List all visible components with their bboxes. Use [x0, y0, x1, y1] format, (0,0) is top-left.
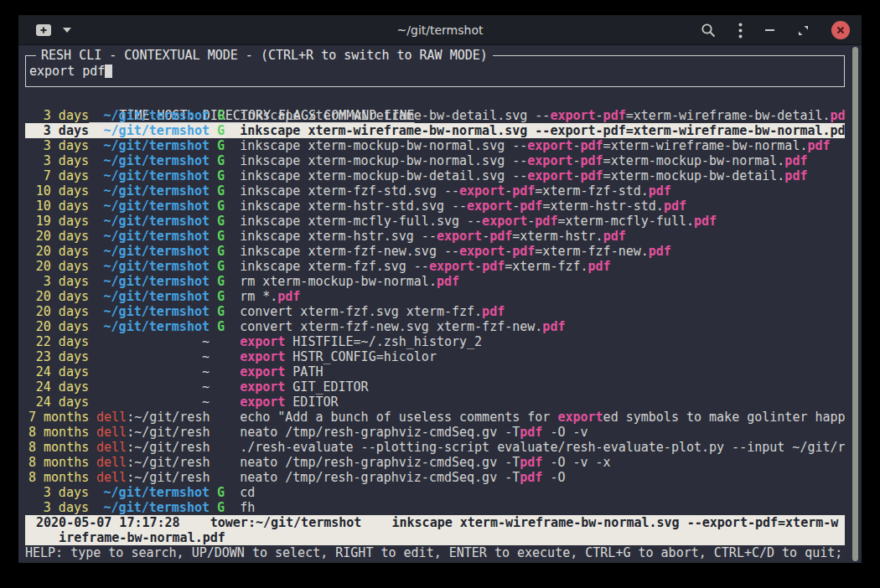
history-row[interactable]: 7 monthsdell:~/git/resh echo "Add a bunc… [25, 410, 845, 425]
command-match-text: export [240, 379, 285, 395]
history-row[interactable]: 20 days~/git/termshot G rm *.pdf [25, 289, 845, 304]
row-command: ./resh-evaluate --plotting-script evalua… [240, 440, 845, 455]
history-row[interactable]: 3 days~/git/termshot G inkscape xterm-mo… [25, 138, 845, 153]
history-row[interactable]: 7 days~/git/termshot G inkscape xterm-mo… [25, 168, 845, 183]
command-text: =xterm-mockup-bw-detail. [603, 168, 785, 183]
history-row[interactable]: 3 days~/git/termshot G fh [25, 500, 845, 515]
history-row[interactable]: 20 days~/git/termshot G inkscape xterm-f… [25, 244, 845, 259]
history-row[interactable]: 20 days~/git/termshot G convert xterm-fz… [25, 319, 845, 334]
command-text: - [572, 138, 580, 153]
command-match-text: pdf [694, 214, 717, 229]
history-row[interactable]: 3 days~/git/termshot G rm xterm-mockup-b… [25, 274, 845, 289]
history-row[interactable]: 3 days~/git/termshot G inkscape xterm-mo… [25, 153, 845, 168]
menu-button[interactable] [738, 23, 743, 39]
history-row[interactable]: 22 days~ export HISTFILE=~/.zsh_history_… [25, 334, 845, 349]
command-match-text: export [527, 153, 572, 168]
minimize-button[interactable] [765, 28, 775, 32]
row-directory: ~/git/termshot [96, 319, 210, 334]
row-flag [210, 410, 240, 425]
row-command: neato /tmp/resh-graphviz-cmdSeq.gv -Tpdf… [240, 470, 845, 485]
row-command: inkscape xterm-hstr.svg --export-pdf=xte… [240, 229, 845, 244]
command-match-text: pdf [784, 153, 807, 168]
row-flag [210, 334, 240, 349]
history-row[interactable]: 20 days~/git/termshot G convert xterm-fz… [25, 304, 845, 319]
row-time: 10 days [28, 199, 89, 214]
command-match-text: export [550, 108, 595, 123]
row-flag [210, 364, 240, 379]
command-text: HISTFILE=~/.zsh_history_2 [285, 334, 482, 349]
row-time: 8 months [28, 455, 89, 470]
history-row[interactable]: 20 days~/git/termshot G inkscape xterm-f… [25, 259, 845, 274]
row-path: :~/git/resh [127, 425, 210, 440]
command-text: inkscape xterm-fzf-std.svg -- [240, 183, 459, 199]
row-flag: G [210, 168, 240, 183]
row-time: 23 days [28, 349, 89, 364]
command-text: =xterm-fzf-new. [535, 244, 648, 259]
command-match-text: pdf [603, 123, 626, 138]
command-match-text: pdf [588, 259, 611, 274]
history-row[interactable]: 20 days~/git/termshot G inkscape xterm-h… [25, 229, 845, 244]
row-flag [210, 440, 240, 455]
row-command: inkscape xterm-fzf-new.svg --export-pdf=… [240, 244, 845, 259]
command-text: =xterm-wireframe-bw-detail. [626, 108, 831, 123]
command-text: -O -v [542, 425, 588, 440]
command-text: =xterm-mockup-bw-normal. [603, 153, 785, 168]
row-directory: ~/git/termshot [96, 304, 210, 319]
history-row[interactable]: 24 days~ export GIT_EDITOR [25, 379, 845, 395]
row-path: ~ [202, 349, 210, 364]
command-text: inkscape xterm-wireframe-bw-detail.svg -… [240, 108, 550, 123]
command-text: =xterm-hstr-std. [542, 199, 664, 214]
command-match-text: export [527, 138, 572, 153]
row-host: dell [96, 470, 127, 485]
row-directory: ~/git/termshot [96, 500, 210, 515]
command-text: PATH [285, 364, 323, 379]
row-directory: ~/git/termshot [96, 214, 210, 229]
history-row[interactable]: 24 days~ export PATH [25, 364, 845, 379]
history-row[interactable]: 8 monthsdell:~/git/resh neato /tmp/resh-… [25, 455, 845, 470]
row-directory: ~/git/termshot [96, 274, 210, 289]
command-match-text: pdf [512, 183, 535, 199]
command-text: =xterm-hstr. [512, 229, 603, 244]
row-command: inkscape xterm-wireframe-bw-normal.svg -… [240, 123, 845, 138]
history-row[interactable]: 23 days~ export HSTR_CONFIG=hicolor [25, 349, 845, 364]
search-query: export pdf [29, 64, 105, 79]
command-text: -O -v -x [542, 455, 610, 470]
row-time: 24 days [28, 364, 89, 379]
row-path: :~/git/resh [127, 440, 210, 455]
history-row[interactable]: 8 monthsdell:~/git/resh ./resh-evaluate … [25, 440, 845, 455]
close-button[interactable] [831, 21, 850, 39]
row-flag [210, 425, 240, 440]
history-row[interactable]: 3 days~/git/termshot G cd [25, 485, 845, 500]
history-row[interactable]: 10 days~/git/termshot G inkscape xterm-f… [25, 183, 845, 199]
restore-button[interactable] [798, 25, 809, 36]
row-flag [210, 379, 240, 395]
command-text: - [505, 244, 512, 259]
row-path: ~/git/termshot [104, 274, 210, 289]
command-match-text: pdf [581, 138, 603, 153]
history-row[interactable]: 3 days~/git/termshot G inkscape xterm-wi… [25, 108, 845, 123]
command-text: inkscape xterm-mcfly-full.svg -- [240, 214, 482, 229]
search-button[interactable] [701, 23, 716, 38]
row-directory: ~ [96, 395, 210, 410]
text-cursor [105, 64, 112, 78]
history-row[interactable]: 3 days~/git/termshot G inkscape xterm-wi… [25, 123, 845, 138]
history-row[interactable]: 19 days~/git/termshot G inkscape xterm-m… [25, 214, 845, 229]
row-time: 7 months [28, 410, 89, 425]
new-tab-button[interactable] [35, 23, 52, 37]
history-row[interactable]: 24 days~ export EDITOR [25, 395, 845, 410]
command-match-text: pdf [581, 168, 603, 183]
tab-dropdown-button[interactable] [63, 28, 71, 33]
row-path: :~/git/resh [127, 410, 210, 425]
scrollbar-thumb[interactable] [852, 47, 858, 561]
history-row[interactable]: 8 monthsdell:~/git/resh neato /tmp/resh-… [25, 425, 845, 440]
history-row[interactable]: 8 monthsdell:~/git/resh neato /tmp/resh-… [25, 470, 845, 485]
row-command: rm xterm-mockup-bw-normal.pdf [240, 274, 845, 289]
row-gap [89, 334, 96, 349]
command-text: =xterm-fzf-std. [535, 183, 648, 199]
command-text: neato /tmp/resh-graphviz-cmdSeq.gv -T [240, 455, 520, 470]
command-match-text: pdf [664, 199, 686, 214]
row-command: inkscape xterm-hstr-std.svg --export-pdf… [240, 199, 845, 214]
row-flag: G [210, 138, 240, 153]
history-row[interactable]: 10 days~/git/termshot G inkscape xterm-h… [25, 199, 845, 214]
row-flag: G [210, 108, 240, 123]
